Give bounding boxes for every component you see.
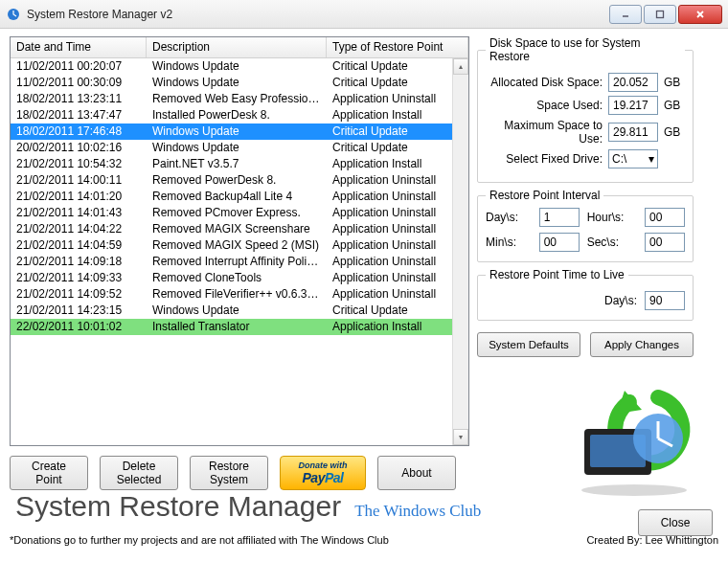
col-header-datetime[interactable]: Date and Time (11, 37, 147, 57)
cell-type: Critical Update (327, 58, 468, 75)
table-row[interactable]: 11/02/2011 00:30:09Windows UpdateCritica… (11, 75, 468, 91)
cell-dt: 21/02/2011 14:23:15 (11, 303, 147, 319)
cell-dt: 18/02/2011 13:47:47 (11, 107, 147, 124)
ttl-group: Restore Point Time to Live Day\s: (477, 268, 694, 321)
disk-space-legend: Disk Space to use for System Restore (486, 36, 685, 63)
interval-legend: Restore Point Interval (486, 189, 603, 202)
cell-desc: Windows Update (147, 58, 327, 75)
cell-dt: 11/02/2011 00:30:09 (11, 75, 147, 91)
cell-type: Application Uninstall (327, 91, 468, 107)
hours-input[interactable] (645, 208, 685, 227)
disk-space-group: Disk Space to use for System Restore All… (477, 36, 694, 183)
table-row[interactable]: 18/02/2011 13:47:47Installed PowerDesk 8… (11, 107, 468, 124)
scroll-down-button[interactable]: ▾ (453, 429, 468, 445)
cell-desc: Removed Backup4all Lite 4 (147, 189, 327, 205)
table-row[interactable]: 21/02/2011 10:54:32Paint.NET v3.5.7Appli… (11, 156, 468, 172)
cell-type: Application Uninstall (327, 189, 468, 205)
cell-type: Application Install (327, 319, 468, 335)
cell-type: Critical Update (327, 75, 468, 91)
secs-input[interactable] (645, 233, 685, 252)
cell-desc: Windows Update (147, 303, 327, 319)
cell-type: Application Install (327, 107, 468, 124)
allocated-unit: GB (664, 76, 685, 89)
restore-points-list[interactable]: Date and Time Description Type of Restor… (10, 36, 469, 446)
donate-button[interactable]: Donate with PayPal (280, 456, 366, 490)
ttl-legend: Restore Point Time to Live (486, 268, 628, 281)
cell-type: Critical Update (327, 303, 468, 319)
restore-system-button[interactable]: Restore System (190, 456, 268, 490)
table-row[interactable]: 21/02/2011 14:04:22Removed MAGIX Screens… (11, 221, 468, 237)
table-row[interactable]: 18/02/2011 17:46:48Windows UpdateCritica… (11, 124, 468, 140)
table-row[interactable]: 11/02/2011 00:20:07Windows UpdateCritica… (11, 58, 468, 75)
cell-type: Application Uninstall (327, 221, 468, 237)
cell-dt: 21/02/2011 14:09:18 (11, 254, 147, 270)
close-button[interactable]: Close (638, 509, 713, 536)
ttl-days-label: Day\s: (604, 294, 637, 307)
cell-type: Application Uninstall (327, 237, 468, 254)
close-window-button[interactable] (678, 5, 722, 24)
used-input[interactable] (608, 96, 658, 115)
cell-dt: 21/02/2011 14:09:33 (11, 270, 147, 286)
svg-rect-2 (657, 11, 664, 17)
table-row[interactable]: 21/02/2011 14:01:43Removed PCmover Expre… (11, 205, 468, 221)
max-unit: GB (664, 125, 685, 139)
table-row[interactable]: 21/02/2011 14:01:20Removed Backup4all Li… (11, 189, 468, 205)
table-row[interactable]: 22/02/2011 10:01:02Installed TranslatorA… (11, 319, 468, 335)
cell-type: Application Install (327, 156, 468, 172)
table-row[interactable]: 21/02/2011 14:00:11Removed PowerDesk 8.A… (11, 172, 468, 189)
cell-dt: 21/02/2011 14:09:52 (11, 286, 147, 303)
cell-dt: 22/02/2011 10:01:02 (11, 319, 147, 335)
cell-dt: 18/02/2011 17:46:48 (11, 124, 147, 140)
cell-desc: Removed Interrupt Affinity Policy T... (147, 254, 327, 270)
create-point-button[interactable]: Create Point (10, 456, 88, 490)
mins-input[interactable] (539, 233, 580, 252)
title-bar: System Restore Manager v2 (0, 0, 728, 29)
cell-type: Application Uninstall (327, 205, 468, 221)
drive-combobox[interactable]: C:\ ▾ (608, 149, 658, 168)
app-artwork (567, 383, 701, 498)
table-row[interactable]: 21/02/2011 14:09:52Removed FileVerifier+… (11, 286, 468, 303)
app-icon (6, 7, 21, 22)
chevron-down-icon: ▾ (648, 152, 654, 166)
col-header-description[interactable]: Description (147, 37, 327, 57)
cell-type: Application Uninstall (327, 286, 468, 303)
allocated-label: Allocated Disk Space: (486, 76, 603, 89)
cell-dt: 21/02/2011 14:01:43 (11, 205, 147, 221)
minimize-button[interactable] (609, 5, 642, 24)
drive-label: Select Fixed Drive: (486, 152, 603, 166)
interval-group: Restore Point Interval Day\s: Hour\s: Mi… (477, 189, 694, 262)
about-button[interactable]: About (377, 456, 456, 490)
system-defaults-button[interactable]: System Defaults (477, 332, 580, 357)
allocated-input[interactable] (608, 73, 658, 92)
footer-donation-note: *Donations go to further my projects and… (10, 534, 389, 546)
days-input[interactable] (539, 208, 580, 227)
drive-value: C:\ (612, 152, 626, 166)
days-label: Day\s: (486, 211, 532, 224)
cell-dt: 21/02/2011 10:54:32 (11, 156, 147, 172)
svg-point-11 (581, 484, 687, 496)
table-row[interactable]: 18/02/2011 13:23:11Removed Web Easy Prof… (11, 91, 468, 107)
ttl-days-input[interactable] (645, 291, 685, 310)
table-row[interactable]: 21/02/2011 14:09:33Removed CloneToolsApp… (11, 270, 468, 286)
delete-selected-button[interactable]: Delete Selected (100, 456, 178, 490)
hours-label: Hour\s: (587, 211, 637, 224)
scrollbar[interactable]: ▴ ▾ (452, 58, 468, 445)
app-title: System Restore Manager (15, 490, 341, 523)
cell-desc: Windows Update (147, 124, 327, 140)
table-row[interactable]: 21/02/2011 14:04:59Removed MAGIX Speed 2… (11, 237, 468, 254)
col-header-type[interactable]: Type of Restore Point (327, 37, 468, 57)
cell-dt: 21/02/2011 14:04:59 (11, 237, 147, 254)
cell-dt: 11/02/2011 00:20:07 (11, 58, 147, 75)
table-row[interactable]: 21/02/2011 14:23:15Windows UpdateCritica… (11, 303, 468, 319)
table-row[interactable]: 21/02/2011 14:09:18Removed Interrupt Aff… (11, 254, 468, 270)
table-row[interactable]: 20/02/2011 10:02:16Windows UpdateCritica… (11, 140, 468, 156)
cell-desc: Windows Update (147, 75, 327, 91)
apply-changes-button[interactable]: Apply Changes (590, 332, 694, 357)
cell-type: Critical Update (327, 140, 468, 156)
cell-desc: Removed MAGIX Speed 2 (MSI) (147, 237, 327, 254)
cell-desc: Installed PowerDesk 8. (147, 107, 327, 124)
maximize-button[interactable] (644, 5, 676, 24)
paypal-logo: PayPal (303, 470, 344, 485)
scroll-up-button[interactable]: ▴ (453, 58, 468, 75)
max-input[interactable] (608, 123, 658, 142)
